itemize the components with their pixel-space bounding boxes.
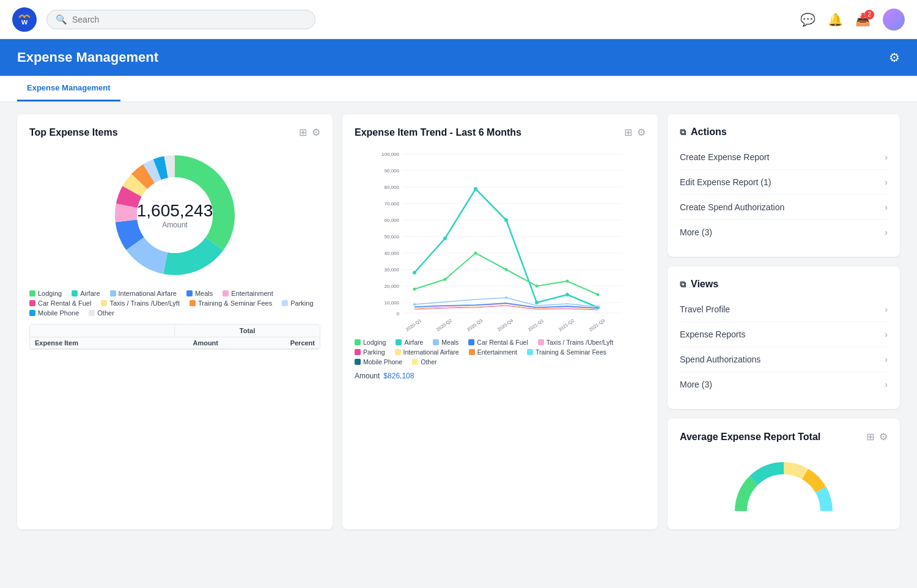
trend-legend-entertainment: Entertainment	[469, 348, 517, 356]
top-expense-card-icons: ⊞ ⚙	[299, 127, 320, 138]
legend-item-mobile-phone: Mobile Phone	[29, 309, 79, 317]
view-item-travel-profile[interactable]: Travel Profile ›	[680, 297, 888, 322]
svg-point-57	[413, 303, 416, 306]
legend-item-parking: Parking	[282, 300, 313, 307]
trend-legend-taxis: Taxis / Trains /Uber/Lyft	[538, 339, 613, 346]
svg-text:2020-Q2: 2020-Q2	[435, 318, 453, 331]
legend-label-entertainment: Entertainment	[231, 290, 273, 297]
avg-card-header: Average Expense Report Total ⊞ ⚙	[680, 431, 888, 443]
tab-expense-management[interactable]: Expense Management	[17, 76, 120, 101]
svg-text:w: w	[21, 17, 28, 26]
action-item-create-spend[interactable]: Create Spend Authorization ›	[680, 195, 888, 220]
trend-dot-other	[412, 359, 418, 365]
trend-dot-airfare	[396, 339, 402, 345]
legend-label-airfare: Airfare	[80, 290, 100, 297]
svg-text:2020-Q1: 2020-Q1	[405, 318, 422, 331]
legend-dot-parking	[282, 300, 288, 306]
action-item-edit-expense[interactable]: Edit Expense Report (1) ›	[680, 170, 888, 195]
bell-icon: 🔔	[828, 13, 843, 26]
legend-item-car-rental: Car Rental & Fuel	[29, 300, 91, 307]
action-label-create-expense: Create Expense Report	[680, 152, 769, 162]
svg-text:30,000: 30,000	[385, 267, 400, 273]
trend-settings-icon[interactable]: ⚙	[637, 127, 646, 138]
avg-gear-icon[interactable]: ⚙	[879, 431, 888, 443]
svg-point-43	[413, 271, 416, 274]
legend-dot-car-rental	[29, 300, 35, 306]
svg-text:70,000: 70,000	[385, 201, 400, 207]
view-item-more-views[interactable]: More (3) ›	[680, 372, 888, 397]
view-label-expense-reports: Expense Reports	[680, 329, 745, 339]
legend-item-lodging: Lodging	[29, 290, 62, 297]
line-chart-container: 100,000 90,000 80,000 70,000 60,000 50,0…	[355, 148, 646, 334]
svg-text:10,000: 10,000	[385, 300, 400, 306]
notifications-button[interactable]: 🔔	[828, 12, 843, 27]
nav-right: 💬 🔔 📥 2	[800, 9, 905, 31]
view-label-spend-auth: Spend Authorizations	[680, 355, 760, 364]
table-col2-header: Amount	[127, 337, 223, 348]
trend-dot-intl-airfare	[395, 349, 401, 355]
legend-item-meals: Meals	[186, 290, 213, 297]
trend-dot-lodging	[355, 339, 361, 345]
trend-dot-mobile	[355, 359, 361, 365]
chevron-right-icon-create-spend: ›	[885, 202, 888, 212]
svg-text:2021-Q1: 2021-Q1	[527, 318, 545, 331]
trend-legend-mobile: Mobile Phone	[355, 358, 402, 366]
svg-text:2021-Q3: 2021-Q3	[588, 318, 606, 331]
donut-center: 1,605,243 Amount	[137, 201, 213, 229]
trend-dot-meals	[433, 339, 439, 345]
trend-amount-row: Amount $826,108	[355, 372, 646, 380]
svg-text:100,000: 100,000	[381, 152, 399, 157]
chevron-right-icon-create-expense: ›	[885, 152, 888, 162]
svg-point-54	[536, 285, 539, 288]
avg-expense-card: Average Expense Report Total ⊞ ⚙	[668, 419, 900, 529]
view-item-spend-auth[interactable]: Spend Authorizations ›	[680, 347, 888, 372]
legend-label-taxis: Taxis / Trains /Uber/Lyft	[109, 300, 180, 307]
svg-text:40,000: 40,000	[385, 251, 400, 256]
actions-copy-icon: ⧉	[680, 127, 686, 138]
trend-amount-value: $826,108	[383, 372, 414, 380]
svg-point-44	[443, 237, 447, 240]
action-label-more-actions: More (3)	[680, 227, 712, 237]
chat-icon: 💬	[800, 13, 816, 26]
settings-icon[interactable]: ⚙	[312, 127, 320, 138]
trend-filter-icon[interactable]: ⊞	[624, 127, 632, 138]
expense-table: Total Expense Item Amount Percent	[29, 324, 320, 350]
avatar-image	[883, 9, 905, 31]
trend-legend-training: Training & Seminar Fees	[527, 348, 606, 356]
svg-text:2020-Q4: 2020-Q4	[496, 318, 514, 331]
legend-label-training: Training & Seminar Fees	[198, 300, 272, 307]
table-total-header: Total	[175, 325, 320, 337]
avg-donut-svg	[723, 450, 845, 517]
app-logo[interactable]: w	[12, 7, 37, 32]
svg-text:50,000: 50,000	[385, 234, 400, 240]
trend-legend-intl-airfare: International Airfare	[395, 348, 459, 356]
action-item-more-actions[interactable]: More (3) ›	[680, 220, 888, 244]
filter-icon[interactable]: ⊞	[299, 127, 307, 138]
trend-dot-parking	[355, 349, 361, 355]
action-item-create-expense[interactable]: Create Expense Report ›	[680, 145, 888, 170]
avg-filter-icon[interactable]: ⊞	[866, 431, 874, 443]
views-copy-icon: ⧉	[680, 279, 686, 290]
search-bar[interactable]: 🔍	[46, 10, 315, 29]
legend-dot-other	[89, 310, 95, 316]
avg-card-title: Average Expense Report Total	[680, 432, 820, 443]
svg-point-50	[413, 288, 416, 291]
svg-point-56	[597, 293, 600, 296]
svg-text:60,000: 60,000	[385, 218, 400, 223]
trend-card: Expense Item Trend - Last 6 Months ⊞ ⚙	[342, 114, 658, 529]
view-item-expense-reports[interactable]: Expense Reports ›	[680, 322, 888, 347]
legend-dot-meals	[186, 290, 193, 296]
trend-dot-car-rental	[468, 339, 474, 345]
search-icon: 🔍	[56, 14, 67, 25]
legend-label-lodging: Lodging	[38, 290, 62, 297]
action-label-edit-expense: Edit Expense Report (1)	[680, 177, 771, 187]
legend-dot-intl-airfare	[110, 290, 116, 296]
avatar[interactable]	[883, 9, 905, 31]
search-input[interactable]	[72, 15, 306, 24]
top-expense-card: Top Expense Items ⊞ ⚙	[17, 114, 333, 529]
actions-title-text: Actions	[691, 127, 727, 138]
chat-button[interactable]: 💬	[800, 12, 816, 27]
inbox-button[interactable]: 📥 2	[855, 12, 871, 27]
header-gear-button[interactable]: ⚙	[889, 50, 900, 65]
top-nav: w 🔍 💬 🔔 📥 2	[0, 0, 917, 39]
